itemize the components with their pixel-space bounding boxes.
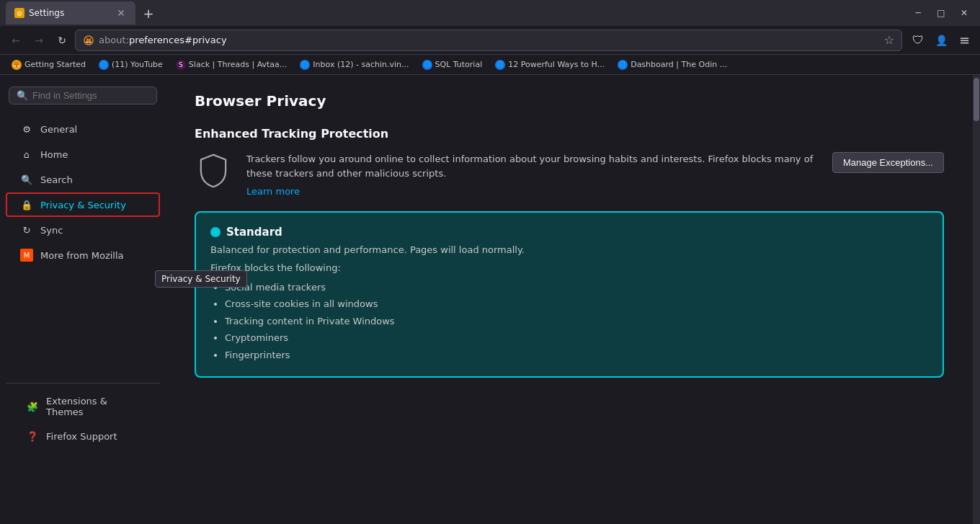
svg-text:🦊: 🦊: [85, 37, 92, 44]
sidebar-item-label: More from Mozilla: [40, 250, 124, 261]
mozilla-icon: M: [20, 249, 33, 262]
nav-icons: 🛡 👤 ≡: [908, 30, 974, 50]
tab-title: Settings: [29, 8, 64, 18]
puzzle-icon: 🧩: [26, 400, 39, 413]
sidebar-item-label: Sync: [40, 225, 63, 236]
search-icon: 🔍: [17, 90, 28, 101]
sidebar-item-mozilla[interactable]: M More from Mozilla: [6, 243, 160, 267]
bookmark-youtube[interactable]: 🌐 (11) YouTube: [93, 58, 169, 71]
main-layout: 🔍 ⚙ General ⌂ Home 🔍 Search 🔒 Privacy & …: [0, 75, 980, 524]
list-item: Cross-site cookies in all windows: [225, 296, 928, 312]
standard-protection-box: Standard Balanced for protection and per…: [195, 211, 944, 378]
bookmark-12-ways[interactable]: 🌐 12 Powerful Ways to H...: [489, 58, 610, 71]
sidebar-item-privacy[interactable]: 🔒 Privacy & Security: [6, 192, 160, 217]
address-bar[interactable]: 🦊 about:preferences#privacy ☆: [75, 30, 902, 51]
search-icon: 🔍: [20, 173, 33, 186]
shield-icon[interactable]: 🛡: [908, 30, 928, 50]
sidebar-item-label: Search: [40, 174, 73, 185]
bookmark-favicon: S: [176, 60, 186, 70]
back-button[interactable]: ←: [6, 30, 26, 50]
list-item: Fingerprinters: [225, 347, 928, 363]
manage-exceptions-button[interactable]: Manage Exceptions...: [832, 152, 944, 173]
forward-button[interactable]: →: [29, 30, 49, 50]
sidebar-item-general[interactable]: ⚙ General: [6, 117, 160, 141]
scrollbar-thumb[interactable]: [974, 78, 979, 121]
standard-label: Standard: [226, 226, 282, 239]
tab-close-button[interactable]: ✕: [115, 7, 127, 19]
page-title: Browser Privacy: [195, 92, 944, 110]
bookmark-favicon: 🌐: [300, 60, 310, 70]
close-button[interactable]: ✕: [954, 3, 974, 23]
bookmark-slack[interactable]: S Slack | Threads | Avtaa...: [170, 58, 293, 71]
settings-tab[interactable]: ⚙ Settings ✕: [6, 1, 135, 25]
bookmark-favicon: 🦊: [12, 60, 22, 70]
sidebar-item-label: General: [40, 124, 77, 135]
address-favicon: 🦊: [83, 35, 94, 46]
bookmark-favicon: 🌐: [99, 60, 109, 70]
find-in-settings-input[interactable]: [32, 90, 149, 101]
bookmark-favicon: 🌐: [618, 60, 628, 70]
etp-section-title: Enhanced Tracking Protection: [195, 127, 944, 141]
sidebar-item-label: Firefox Support: [46, 431, 117, 442]
tab-favicon: ⚙: [14, 8, 24, 18]
nav-bar: ← → ↻ 🦊 about:preferences#privacy ☆ 🛡 👤 …: [0, 26, 980, 55]
bookmark-sql[interactable]: 🌐 SQL Tutorial: [416, 58, 489, 71]
sidebar-item-support[interactable]: ❓ Firefox Support: [12, 424, 154, 448]
home-icon: ⌂: [20, 148, 33, 161]
sidebar-item-label: Extensions & Themes: [46, 396, 140, 417]
content-area: Browser Privacy Enhanced Tracking Protec…: [166, 75, 973, 524]
radio-selected-indicator: [210, 227, 220, 237]
minimize-button[interactable]: ─: [908, 3, 928, 23]
bookmark-favicon: 🌐: [422, 60, 432, 70]
bookmark-favicon: 🌐: [495, 60, 505, 70]
reload-button[interactable]: ↻: [52, 30, 72, 50]
list-item: Tracking content in Private Windows: [225, 313, 928, 329]
star-icon[interactable]: ☆: [884, 33, 894, 47]
sidebar: 🔍 ⚙ General ⌂ Home 🔍 Search 🔒 Privacy & …: [0, 75, 166, 524]
new-tab-button[interactable]: +: [138, 3, 159, 23]
standard-radio-label[interactable]: Standard: [210, 226, 928, 239]
window-controls: ─ □ ✕: [908, 3, 974, 23]
address-text: about:preferences#privacy: [99, 35, 880, 45]
block-list: Social media trackers Cross-site cookies…: [210, 279, 928, 363]
etp-description: Trackers follow you around online to col…: [246, 152, 818, 197]
sidebar-item-label: Privacy & Security: [40, 200, 126, 210]
help-icon: ❓: [26, 430, 39, 443]
blocks-label: Firefox blocks the following:: [210, 262, 928, 273]
etp-section: Trackers follow you around online to col…: [195, 152, 944, 197]
standard-description: Balanced for protection and performance.…: [210, 244, 928, 255]
list-item: Cryptominers: [225, 329, 928, 346]
bookmark-odin[interactable]: 🌐 Dashboard | The Odin ...: [612, 58, 733, 71]
account-icon[interactable]: 👤: [931, 30, 951, 50]
learn-more-link[interactable]: Learn more: [246, 186, 818, 197]
maximize-button[interactable]: □: [931, 3, 951, 23]
shield-icon: [195, 152, 232, 190]
svg-text:⚙: ⚙: [17, 10, 22, 17]
sidebar-item-home[interactable]: ⌂ Home: [6, 142, 160, 166]
sync-icon: ↻: [20, 223, 33, 236]
title-bar: ⚙ Settings ✕ + ─ □ ✕: [0, 0, 980, 26]
sidebar-item-search[interactable]: 🔍 Search: [6, 167, 160, 192]
gear-icon: ⚙: [20, 123, 33, 136]
sidebar-item-extensions[interactable]: 🧩 Extensions & Themes: [12, 390, 154, 423]
list-item: Social media trackers: [225, 279, 928, 296]
bookmarks-bar: 🦊 Getting Started 🌐 (11) YouTube S Slack…: [0, 55, 980, 75]
bookmark-getting-started[interactable]: 🦊 Getting Started: [6, 58, 92, 71]
lock-icon: 🔒: [20, 198, 33, 211]
sidebar-item-label: Home: [40, 149, 68, 160]
menu-button[interactable]: ≡: [954, 30, 974, 50]
sidebar-item-sync[interactable]: ↻ Sync: [6, 218, 160, 242]
scrollbar-track[interactable]: [973, 75, 980, 524]
bookmark-inbox[interactable]: 🌐 Inbox (12) - sachin.vin...: [294, 58, 414, 71]
